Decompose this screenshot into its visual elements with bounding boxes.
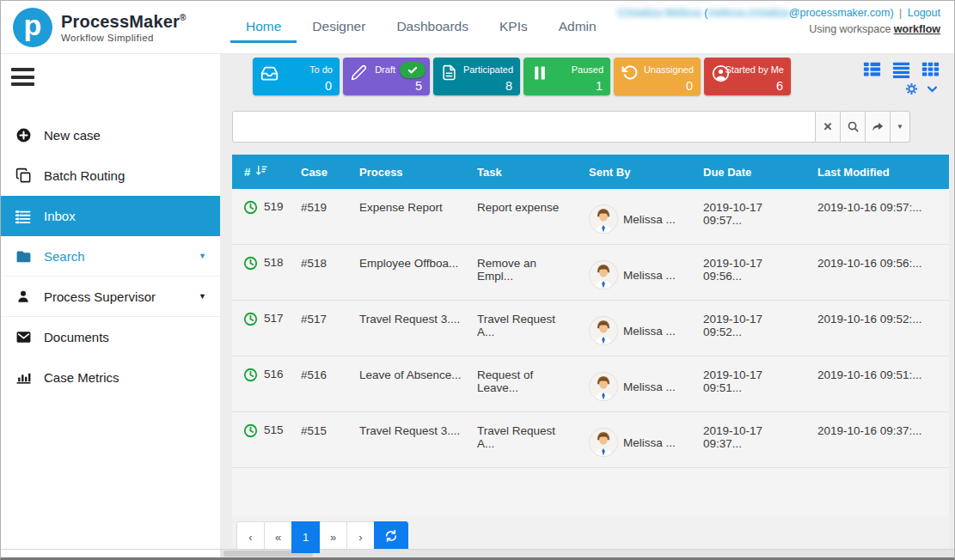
last-modified-cell: 2019-10-16 09:51:... [811,356,949,411]
sidebar-item-case-metrics[interactable]: Case Metrics [1,357,220,398]
hamburger-menu-icon[interactable] [11,68,35,86]
table-row[interactable]: 515 #515 Travel Request 3.... Travel Req… [232,412,949,468]
workspace-prefix: Using workspace [809,23,891,35]
table-row[interactable]: 518 #518 Employee Offboa... Remove an Em… [232,245,949,301]
column-header-case[interactable]: Case [294,166,352,179]
status-card-participated[interactable]: Participated 8 [433,58,520,95]
status-card-unassigned[interactable]: Unassigned 0 [614,58,701,95]
user-line: Cristaliza Melissa (melissa.cristaliza@p… [617,7,940,19]
last-modified-cell: 2019-10-16 09:37:... [811,412,949,467]
nav-home[interactable]: Home [230,19,297,43]
task-cell: Travel Request A... [470,301,582,356]
column-header-process[interactable]: Process [352,166,470,179]
sort-icon [255,164,268,180]
top-header: p ProcessMaker® Workflow Simplified Home… [1,1,954,54]
processmaker-logo-icon: p [13,8,52,47]
card-count: 0 [686,79,693,93]
process-cell: Employee Offboa... [352,245,470,300]
sidebar-menu: New case Batch Routing Inbox [1,115,220,398]
logo-glyph: p [24,9,42,42]
column-header-last-modified[interactable]: Last Modified [811,166,949,179]
table-row[interactable]: 516 #516 Leave of Absence... Request of … [232,356,949,412]
plus-circle-icon [14,127,33,143]
gear-icon[interactable] [905,82,918,95]
brand[interactable]: p ProcessMaker® Workflow Simplified [13,1,230,53]
column-header-sent-by[interactable]: Sent By [582,166,696,179]
sidebar-item-label: Search [44,249,85,264]
sidebar-item-new-case[interactable]: New case [1,115,220,155]
sidebar-item-label: Documents [44,330,109,344]
nav-dashboards[interactable]: Dashboards [381,19,484,43]
column-header-task[interactable]: Task [470,166,582,179]
document-icon [441,64,457,84]
task-cell: Travel Request A... [470,412,582,467]
table-row[interactable]: 517 #517 Travel Request 3.... Travel Req… [232,301,949,356]
search-button[interactable] [841,111,866,143]
status-card-started-by-me[interactable]: Started by Me 6 [704,58,791,95]
case-id-cell: #517 [294,301,352,356]
card-count: 6 [776,79,783,93]
envelope-icon [14,329,33,345]
sidebar-item-label: New case [44,128,101,143]
search-input[interactable] [232,111,816,143]
sidebar-item-label: Process Supervisor [44,289,156,304]
column-header-number[interactable]: # [232,164,294,180]
sent-by-name: Melissa ... [623,325,676,338]
sidebar-item-search[interactable]: Search ▼ [1,236,220,277]
case-number: 518 [264,256,284,269]
search-options-caret-button[interactable]: ▼ [891,111,910,143]
sidebar-item-inbox[interactable]: Inbox [1,196,220,236]
user-email-redacted: melissa.cristaliza [707,7,788,19]
case-id-cell: #518 [294,245,352,300]
logout-link[interactable]: Logout [908,7,940,19]
sidebar-item-documents[interactable]: Documents [1,317,220,357]
page-1-button[interactable]: 1 [291,521,320,553]
pencil-icon [351,64,367,84]
check-badge-icon [400,62,425,78]
sidebar-item-process-supervisor[interactable]: Process Supervisor ▼ [1,277,220,317]
list-view-icon[interactable] [891,59,911,79]
column-header-due-date[interactable]: Due Date [696,166,811,179]
case-number: 516 [264,368,284,380]
case-number: 517 [264,312,284,325]
sidebar-item-batch-routing[interactable]: Batch Routing [1,155,220,196]
chevron-down-icon[interactable] [926,82,939,95]
nav-designer[interactable]: Designer [297,19,381,43]
share-search-button[interactable] [866,111,891,143]
sent-by-name: Melissa ... [623,269,676,282]
grid-view-icon[interactable] [921,59,940,79]
card-count: 1 [596,79,603,93]
table-row[interactable]: 519 #519 Expense Report Report expense M… [232,189,949,245]
refresh-icon [384,529,398,545]
status-card-todo[interactable]: To do 0 [253,58,340,95]
cases-table: # Case Process Task Sent By Due Date Las… [232,155,949,516]
bar-chart-icon [14,369,33,386]
brand-tagline: Workflow Simplified [61,33,187,43]
column-label: # [244,166,250,179]
table-header: # Case Process Task Sent By Due Date Las… [232,155,949,189]
copy-pages-icon [14,167,33,184]
horizontal-scrollbar[interactable] [1,549,954,557]
status-card-draft[interactable]: Draft 5 [343,58,430,95]
status-card-paused[interactable]: Paused 1 [523,58,610,95]
clear-search-button[interactable]: ✕ [816,111,841,143]
nav-admin[interactable]: Admin [543,19,612,43]
workspace-link[interactable]: workflow [894,23,940,35]
status-cards: To do 0 Draft 5 P [253,58,949,97]
last-modified-cell: 2019-10-16 09:52:... [811,301,949,356]
due-date-cell: 2019-10-17 09:52... [696,301,811,356]
chevron-down-icon[interactable]: ▼ [199,292,206,301]
nav-kpis[interactable]: KPIs [484,19,543,43]
list-detail-view-icon[interactable] [862,59,882,79]
last-modified-cell: 2019-10-16 09:57:... [811,189,949,244]
avatar [589,428,618,457]
sidebar-item-label: Inbox [44,209,76,223]
due-date-cell: 2019-10-17 09:56... [696,245,811,300]
chevron-down-icon[interactable]: ▼ [199,252,206,260]
due-date-cell: 2019-10-17 09:37... [696,412,811,467]
main-nav: Home Designer Dashboards KPIs Admin [230,19,612,53]
due-date-cell: 2019-10-17 09:51... [696,356,811,411]
case-id-cell: #516 [294,356,352,411]
pause-icon [531,64,548,85]
clock-icon [243,200,258,217]
